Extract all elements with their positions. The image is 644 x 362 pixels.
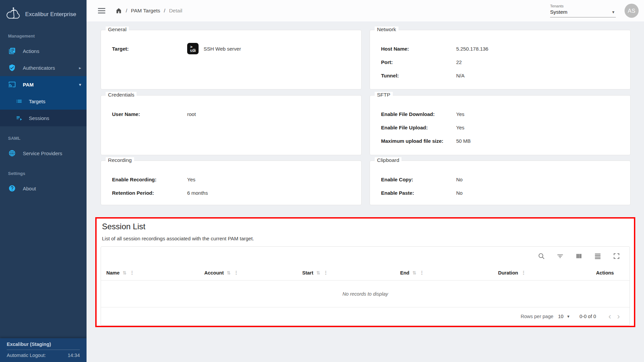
tenant-selected-value: System <box>550 9 568 15</box>
field-label: Enable Paste: <box>381 190 456 196</box>
home-icon[interactable] <box>115 7 122 14</box>
hamburger-menu-icon[interactable] <box>98 8 105 14</box>
detail-row-retention-period: Retention Period: 6 months <box>112 189 361 196</box>
detail-row-enable-recording: Enable Recording: Yes <box>112 176 361 183</box>
sidebar-item-actions[interactable]: Actions <box>0 43 87 59</box>
list-icon <box>15 98 23 105</box>
environment-label: Excalibur (Staging) <box>7 342 80 350</box>
avatar[interactable]: AS <box>625 4 639 18</box>
previous-page-icon[interactable]: ‹ <box>605 312 614 320</box>
filter-icon[interactable] <box>556 252 564 260</box>
field-label: Enable Copy: <box>381 177 456 182</box>
sidebar-item-pam[interactable]: PAM ▾ <box>0 76 87 93</box>
detail-row-max-upload-size: Maximum upload file size: 50 MB <box>381 137 630 144</box>
credentials-panel: Credentials User Name: root <box>101 95 362 155</box>
field-label: Target: <box>112 46 187 52</box>
column-menu-icon[interactable]: ⋮ <box>419 270 424 276</box>
clipboard-panel: Clipboard Enable Copy: No Enable Paste: … <box>370 161 631 205</box>
rows-per-page-label: Rows per page <box>521 314 553 319</box>
field-label: Enable File Upload: <box>381 125 456 130</box>
pam-group: PAM ▾ Targets <box>0 76 87 110</box>
sidebar-item-label: About <box>23 186 81 191</box>
column-label: Actions <box>596 270 614 276</box>
empty-table-message: No records to display <box>101 280 630 307</box>
column-label: End <box>400 270 409 276</box>
columns-icon[interactable] <box>575 252 583 260</box>
column-label: Start <box>302 270 313 276</box>
sort-icon[interactable]: ⇅ <box>123 270 127 276</box>
sidebar-item-label: Targets <box>29 99 81 104</box>
playlist-play-icon <box>15 114 23 122</box>
general-panel: General Target: >_ SSH SSH Web server <box>101 30 362 89</box>
column-header-end[interactable]: End ⇅ ⋮ <box>400 270 498 276</box>
panel-legend: Credentials <box>106 92 137 98</box>
auto-logout-timer: 14:34 <box>68 353 80 358</box>
section-label-management: Management <box>0 26 87 43</box>
ssh-badge-prompt: >_ <box>190 45 196 49</box>
pagination-range: 0-0 of 0 <box>580 314 596 319</box>
column-menu-icon[interactable]: ⋮ <box>323 270 328 276</box>
caret-down-icon: ▼ <box>567 314 570 318</box>
column-header-actions: Actions <box>596 270 627 276</box>
rows-per-page-value: 10 <box>558 314 564 319</box>
session-table: Name ⇅ ⋮ Account ⇅ ⋮ Start ⇅ ⋮ End ⇅ <box>101 246 630 326</box>
next-page-icon[interactable]: › <box>614 312 623 320</box>
sidebar-footer: Excalibur (Staging) Automatic Logout: 14… <box>0 338 87 362</box>
auto-logout-label: Automatic Logout: <box>7 353 46 358</box>
search-icon[interactable] <box>538 252 545 260</box>
field-value: root <box>187 111 196 117</box>
sidebar: Excalibur Enterprise Management Actions … <box>0 0 87 362</box>
sidebar-item-service-providers[interactable]: Service Providers <box>0 145 87 162</box>
breadcrumb-pam-targets[interactable]: PAM Targets <box>131 8 160 14</box>
column-header-start[interactable]: Start ⇅ ⋮ <box>302 270 400 276</box>
sort-icon[interactable]: ⇅ <box>227 270 231 276</box>
sidebar-item-about[interactable]: About <box>0 180 87 197</box>
field-label: Port: <box>381 59 456 65</box>
sort-icon[interactable]: ⇅ <box>316 270 320 276</box>
detail-row-enable-copy: Enable Copy: No <box>381 176 630 183</box>
sftp-panel: SFTP Enable File Download: Yes Enable Fi… <box>370 95 631 155</box>
column-label: Name <box>106 270 120 276</box>
panel-legend: Clipboard <box>375 157 401 163</box>
field-value: SSH Web server <box>204 46 241 52</box>
breadcrumb: / PAM Targets / Detail <box>115 7 182 14</box>
column-label: Duration <box>498 270 518 276</box>
sidebar-item-authenticators[interactable]: Authenticators ▸ <box>0 59 87 76</box>
column-menu-icon[interactable]: ⋮ <box>129 270 135 276</box>
column-header-account[interactable]: Account ⇅ ⋮ <box>204 270 302 276</box>
sort-icon[interactable]: ⇅ <box>412 270 416 276</box>
table-pagination: Rows per page 10 ▼ 0-0 of 0 ‹ › <box>101 307 630 325</box>
column-menu-icon[interactable]: ⋮ <box>521 270 526 276</box>
sidebar-item-sessions[interactable]: Sessions <box>0 110 87 126</box>
detail-row-port: Port: 22 <box>381 58 630 66</box>
sidebar-item-targets[interactable]: Targets <box>0 93 87 110</box>
field-label: Enable Recording: <box>112 177 187 182</box>
field-label: Tunnel: <box>381 73 456 78</box>
top-bar: / PAM Targets / Detail Tenants System ▼ … <box>87 0 644 21</box>
session-list-subtitle: List of all session recordings associate… <box>102 236 629 241</box>
column-menu-icon[interactable]: ⋮ <box>234 270 239 276</box>
field-value: 6 months <box>187 190 208 196</box>
tenants-select-group: Tenants System ▼ <box>550 4 616 17</box>
breadcrumb-detail: Detail <box>169 8 182 14</box>
panel-legend: Network <box>375 26 398 33</box>
excalibur-cloud-sword-logo-icon <box>5 7 21 21</box>
detail-row-enable-paste: Enable Paste: No <box>381 189 630 196</box>
panel-legend: Recording <box>106 157 134 163</box>
rows-per-page-select[interactable]: 10 ▼ <box>558 314 570 319</box>
field-value: No <box>456 190 463 196</box>
fullscreen-icon[interactable] <box>613 252 620 260</box>
cast-screen-icon <box>8 80 16 88</box>
field-value: Yes <box>456 125 464 130</box>
field-value: 22 <box>456 59 462 65</box>
row-density-icon[interactable] <box>594 252 601 260</box>
detail-row-tunnel: Tunnel: N/A <box>381 72 630 79</box>
tenant-select[interactable]: System ▼ <box>550 8 616 17</box>
session-list-title: Session List <box>102 222 629 231</box>
chevron-right-icon: ▸ <box>79 65 81 70</box>
column-header-name[interactable]: Name ⇅ ⋮ <box>106 270 204 276</box>
field-label: Retention Period: <box>112 190 187 196</box>
chevron-down-icon: ▾ <box>79 82 81 87</box>
column-header-duration[interactable]: Duration ⋮ <box>498 270 596 276</box>
globe-icon <box>8 149 16 157</box>
